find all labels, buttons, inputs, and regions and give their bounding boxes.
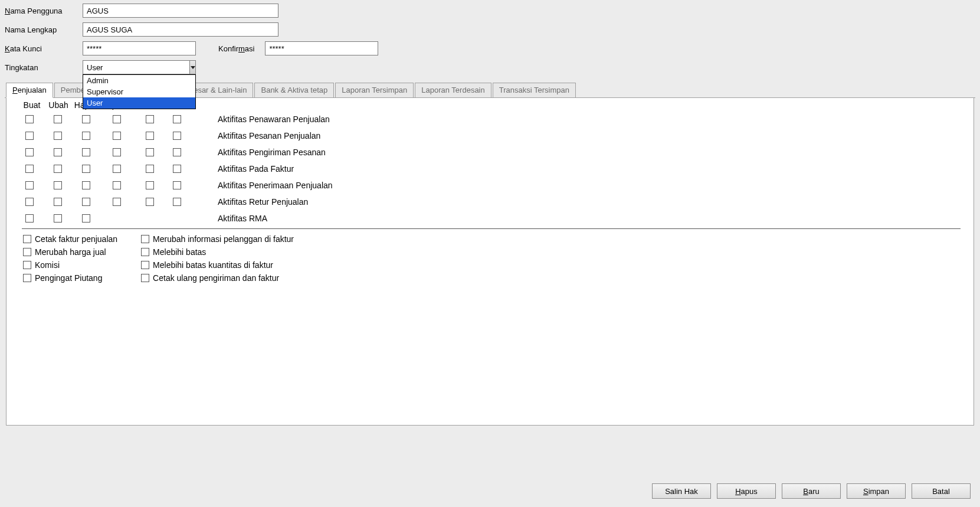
cb-retur-buat[interactable] [25,198,34,206]
cb-komisi[interactable] [23,261,31,269]
tab-transaksi-tersimpan[interactable]: Transaksi Tersimpan [493,83,576,97]
row-label-rma: Aktifitas RMA [218,214,267,223]
hapus-button[interactable]: Hapus [717,483,776,499]
tab-penjualan[interactable]: Penjualan [6,83,53,98]
tingkatan-combobox[interactable]: Admin Supervisor User [83,60,196,74]
cb-penawaran-daftar[interactable] [173,115,181,123]
row-label-pengiriman: Aktifitas Pengiriman Pesanan [218,148,326,157]
cb-pesanan-laporan[interactable] [113,132,121,140]
batal-button[interactable]: Batal [912,483,971,499]
lbl-pengingat-piutang: Pengingat Piutang [35,273,102,283]
row-label-pesanan: Aktifitas Pesanan Penjualan [218,131,320,140]
salin-hak-button[interactable]: Salin Hak [652,483,711,499]
cb-penawaran-hapus[interactable] [82,115,90,123]
tingkatan-dropdown-list[interactable]: Admin Supervisor User [83,74,196,109]
lbl-komisi: Komisi [35,260,60,270]
cb-retur-hapus[interactable] [82,198,90,206]
tab-bank-aktiva[interactable]: Bank & Aktiva tetap [254,83,334,97]
cb-faktur-lihat[interactable] [146,165,154,173]
col-header-buat: Buat [18,100,45,110]
cb-penawaran-laporan[interactable] [113,115,121,123]
row-label-retur: Aktifitas Retur Penjualan [218,197,308,207]
cb-merubah-info-pelanggan[interactable] [141,235,149,243]
konfirmasi-input[interactable] [265,41,378,55]
tingkatan-label: Tingkatan [5,63,83,72]
nama-lengkap-input[interactable] [83,22,278,37]
cb-faktur-daftar[interactable] [173,165,181,173]
nama-lengkap-label: Nama Lengkap [5,25,83,34]
cb-penerimaan-hapus[interactable] [82,181,90,189]
cb-penerimaan-daftar[interactable] [173,181,181,189]
cb-retur-lihat[interactable] [146,198,154,206]
nama-pengguna-label: Nama Pengguna [5,6,83,15]
cb-retur-daftar[interactable] [173,198,181,206]
baru-button[interactable]: Baru [782,483,841,499]
lbl-merubah-info-pelanggan: Merubah informasi pelanggan di faktur [153,234,294,244]
cb-rma-buat[interactable] [25,214,34,223]
cb-faktur-hapus[interactable] [82,165,90,173]
tingkatan-option-supervisor[interactable]: Supervisor [83,86,195,97]
cb-faktur-buat[interactable] [25,165,34,173]
tab-laporan-terdesain[interactable]: Laporan Terdesain [415,83,491,97]
perm-row-pesanan: Aktifitas Pesanan Penjualan [6,127,974,144]
cb-retur-ubah[interactable] [54,198,62,206]
cb-pesanan-ubah[interactable] [54,132,62,140]
simpan-button[interactable]: Simpan [847,483,906,499]
cb-penawaran-ubah[interactable] [54,115,62,123]
cb-rma-hapus[interactable] [82,214,90,223]
kata-kunci-label: Kata Kunci [5,44,83,53]
cb-pesanan-lihat[interactable] [146,132,154,140]
nama-pengguna-input[interactable] [83,4,278,18]
lbl-melebihi-batas: Melebihi batas [153,247,206,257]
konfirmasi-label: Konfirmasi [218,44,254,53]
cb-pesanan-daftar[interactable] [173,132,181,140]
cb-pengiriman-lihat[interactable] [146,148,154,156]
cb-pengiriman-daftar[interactable] [173,148,181,156]
tingkatan-option-user[interactable]: User [83,97,195,109]
tingkatan-option-admin[interactable]: Admin [83,75,195,86]
permissions-panel: Buat Ubah Hapus Laporan Lihat Daftar Akt… [6,98,974,426]
tingkatan-dropdown-button[interactable] [189,60,196,74]
cb-cetak-faktur[interactable] [23,235,31,243]
cb-penawaran-buat[interactable] [25,115,34,123]
row-label-penerimaan: Aktifitas Penerimaan Penjualan [218,181,333,190]
cb-penerimaan-buat[interactable] [25,181,34,189]
lbl-melebihi-batas-kuantitas: Melebihi batas kuantitas di faktur [153,260,273,270]
cb-pesanan-buat[interactable] [25,132,34,140]
cb-penerimaan-ubah[interactable] [54,181,62,189]
cb-pengiriman-laporan[interactable] [113,148,121,156]
cb-pengiriman-buat[interactable] [25,148,34,156]
cb-retur-laporan[interactable] [113,198,121,206]
cb-cetak-ulang[interactable] [141,274,149,282]
user-form: Nama Pengguna Nama Lengkap Kata Kunci Ko… [0,0,980,426]
cb-penawaran-lihat[interactable] [146,115,154,123]
cb-pengiriman-hapus[interactable] [82,148,90,156]
cb-melebihi-batas[interactable] [141,248,149,256]
permission-rows: Aktifitas Penawaran Penjualan Aktifitas … [6,110,974,227]
row-label-penawaran: Aktifitas Penawaran Penjualan [218,115,330,124]
cb-pesanan-hapus[interactable] [82,132,90,140]
cb-melebihi-batas-kuantitas[interactable] [141,261,149,269]
extra-permissions: Cetak faktur penjualan Merubah harga jua… [6,233,974,284]
cb-faktur-ubah[interactable] [54,165,62,173]
cb-pengiriman-ubah[interactable] [54,148,62,156]
perm-row-penawaran: Aktifitas Penawaran Penjualan [6,111,974,127]
perm-row-penerimaan: Aktifitas Penerimaan Penjualan [6,177,974,194]
cb-rma-ubah[interactable] [54,214,62,223]
perm-row-faktur: Aktifitas Pada Faktur [6,161,974,177]
col-header-ubah: Ubah [45,100,71,110]
cb-merubah-harga[interactable] [23,248,31,256]
footer-button-bar: Salin Hak Hapus Baru Simpan Batal [652,483,971,499]
kata-kunci-input[interactable] [83,41,196,55]
cb-pengingat-piutang[interactable] [23,274,31,282]
divider-line [22,228,961,229]
tab-laporan-tersimpan[interactable]: Laporan Tersimpan [335,83,414,97]
tingkatan-input[interactable] [83,60,189,74]
lbl-merubah-harga: Merubah harga jual [35,247,106,257]
cb-penerimaan-laporan[interactable] [113,181,121,189]
cb-penerimaan-lihat[interactable] [146,181,154,189]
cb-faktur-laporan[interactable] [113,165,121,173]
perm-row-rma: Aktifitas RMA [6,210,974,227]
row-label-faktur: Aktifitas Pada Faktur [218,164,294,174]
perm-row-retur: Aktifitas Retur Penjualan [6,194,974,210]
